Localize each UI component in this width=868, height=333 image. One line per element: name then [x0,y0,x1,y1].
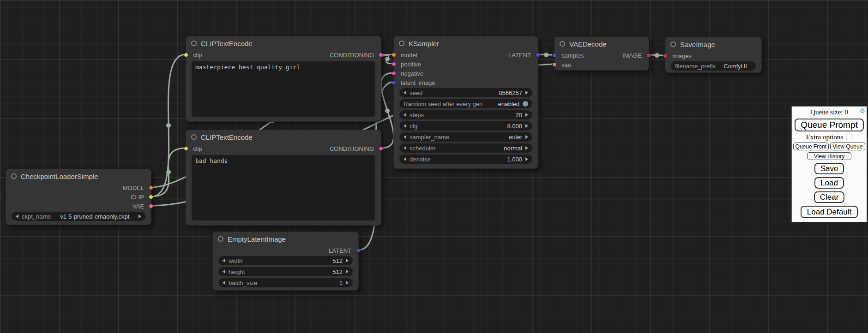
decrement-arrow-icon[interactable] [223,281,225,285]
increment-arrow-icon[interactable] [346,259,349,262]
decrement-arrow-icon[interactable] [223,270,225,274]
collapse-dot-icon[interactable] [399,41,404,46]
widget-ckpt-name[interactable]: ckpt_name v1-5-pruned-emaonly.ckpt [12,212,145,221]
slot-row: images [665,51,761,60]
output-slot-conditioning[interactable] [379,53,383,57]
decrement-arrow-icon[interactable] [404,157,406,161]
decrement-arrow-icon[interactable] [404,146,406,150]
load-default-button[interactable]: Load Default [801,206,858,218]
input-slot-vae[interactable] [552,62,557,67]
input-slot-clip[interactable] [184,146,188,151]
prompt-textarea[interactable]: masterpiece best quality girl [192,61,375,117]
output-slot-latent[interactable] [536,53,540,57]
output-slot-clip[interactable] [149,195,153,199]
load-button[interactable]: Load [814,177,844,189]
slot-row: positive [394,59,538,69]
increment-arrow-icon[interactable] [346,270,349,274]
node-checkpointloadersimple[interactable]: CheckpointLoaderSimple MODEL CLIP VAE ck… [6,169,151,225]
widget-seed[interactable]: seed 8566257 [399,88,532,97]
output-slot-conditioning[interactable] [379,146,383,151]
node-emptylatentimage[interactable]: EmptyLatentImage LATENT width 512 height… [212,232,359,291]
input-slot-latent-image[interactable] [392,80,396,85]
slot-row: LATENT [213,246,358,255]
widget-denoise[interactable]: denoise 1.000 [399,155,532,164]
increment-arrow-icon[interactable] [139,214,141,218]
node-header[interactable]: CLIPTextEncode [186,130,381,144]
node-vaedecode[interactable]: VAEDecode samples IMAGE vae [554,36,649,71]
view-history-button[interactable]: View History [807,152,851,160]
decrement-arrow-icon[interactable] [404,135,406,139]
node-header[interactable]: VAEDecode [555,37,649,51]
input-slot-positive[interactable] [392,62,396,66]
increment-arrow-icon[interactable] [525,135,528,139]
output-slot-model[interactable] [149,185,153,190]
collapse-dot-icon[interactable] [670,42,676,47]
node-cliptextencode-negative[interactable]: CLIPTextEncode clip CONDITIONING bad han… [186,130,381,226]
widget-label: scheduler [410,145,435,152]
node-header[interactable]: EmptyLatentImage [213,232,358,246]
node-header[interactable]: SaveImage [665,37,761,51]
output-slot-vae[interactable] [149,204,153,208]
node-ksampler[interactable]: KSampler model LATENT positive negative … [393,36,538,169]
comfyui-canvas[interactable]: CheckpointLoaderSimple MODEL CLIP VAE ck… [0,0,868,333]
clear-button[interactable]: Clear [814,191,845,203]
input-slot-negative[interactable] [392,71,396,76]
increment-arrow-icon[interactable] [525,91,528,95]
widget-filename-prefix[interactable]: filename_prefix ComfyUI [671,61,756,71]
input-slot-clip[interactable] [184,53,188,57]
collapse-dot-icon[interactable] [560,41,565,47]
decrement-arrow-icon[interactable] [404,113,406,117]
widget-label: cfg [410,123,417,130]
collapse-dot-icon[interactable] [218,236,223,242]
save-button[interactable]: Save [814,163,844,174]
widget-label: steps [410,112,424,119]
input-label: vae [555,61,571,68]
widget-height[interactable]: height 512 [218,267,353,276]
view-queue-button[interactable]: View Queue [830,143,866,150]
increment-arrow-icon[interactable] [525,146,528,150]
increment-arrow-icon[interactable] [525,124,528,128]
increment-arrow-icon[interactable] [525,113,528,117]
increment-arrow-icon[interactable] [346,281,349,285]
input-slot-model[interactable] [392,53,396,57]
decrement-arrow-icon[interactable] [16,214,18,218]
queue-prompt-button[interactable]: Queue Prompt [795,119,864,131]
collapse-dot-icon[interactable] [11,173,17,179]
collapse-dot-icon[interactable] [191,134,197,140]
queue-front-button[interactable]: Queue Front [793,143,829,150]
widget-label: filename_prefix [675,63,716,70]
input-label: images [665,53,692,59]
node-header[interactable]: KSampler [394,36,538,50]
widget-sampler-name[interactable]: sampler_name euler [399,132,532,142]
node-header[interactable]: CLIPTextEncode [186,36,381,50]
node-saveimage[interactable]: SaveImage images filename_prefix ComfyUI [665,37,762,73]
input-slot-samples[interactable] [552,53,557,58]
prompt-textarea[interactable]: bad hands [192,155,375,220]
output-slot-latent[interactable] [356,248,361,253]
collapse-dot-icon[interactable] [191,41,197,46]
widget-scheduler[interactable]: scheduler normal [399,143,532,153]
extra-options-checkbox[interactable] [846,134,852,140]
slot-row: CLIP [6,192,151,202]
increment-arrow-icon[interactable] [525,157,528,161]
input-slot-images[interactable] [663,54,668,58]
widget-width[interactable]: width 512 [218,256,353,265]
extra-options-label: Extra options [806,133,843,141]
toggle-knob[interactable] [523,101,528,107]
node-cliptextencode-positive[interactable]: CLIPTextEncode clip CONDITIONING masterp… [186,36,381,122]
widget-batch-size[interactable]: batch_size 1 [218,278,353,287]
settings-gear-icon[interactable]: ⚙ [859,107,865,115]
slot-row: negative [394,69,538,78]
output-label: MODEL [123,184,151,191]
output-slot-image[interactable] [646,53,651,58]
widget-random-seed-toggle[interactable]: Random seed after every gen enabled [399,99,532,108]
link-midpoint-dot [166,170,171,174]
widget-steps[interactable]: steps 20 [399,110,532,119]
decrement-arrow-icon[interactable] [404,91,406,95]
input-label: positive [394,61,421,68]
widget-cfg[interactable]: cfg 8.000 [399,121,532,131]
widget-value: 512 [332,257,343,264]
decrement-arrow-icon[interactable] [404,124,406,128]
node-header[interactable]: CheckpointLoaderSimple [6,169,151,183]
decrement-arrow-icon[interactable] [223,259,225,262]
